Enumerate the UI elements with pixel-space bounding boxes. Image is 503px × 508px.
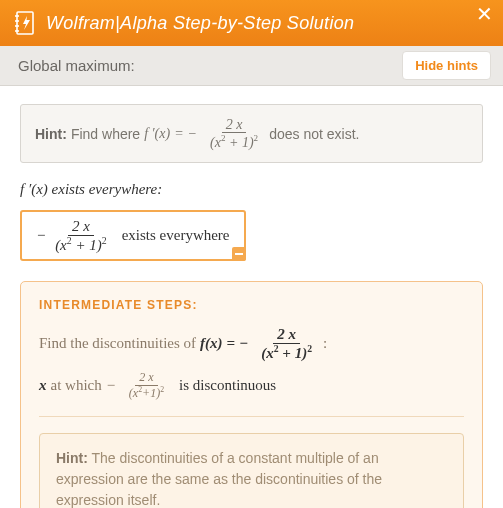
- frac-num: 2 x: [273, 326, 300, 344]
- result-box: − 2 x (x2 + 1)2 exists everywhere: [20, 210, 246, 261]
- frac-num: 2 x: [68, 218, 94, 236]
- int1-pre: Find the discontinuities of: [39, 335, 196, 352]
- inner-hint-label: Hint:: [56, 450, 88, 466]
- intermediate-steps: INTERMEDIATE STEPS: Find the discontinui…: [20, 281, 483, 508]
- titlebar: Wolfram|Alpha Step-by-Step Solution ✕: [0, 0, 503, 46]
- frac-den: (x2 + 1)2: [257, 344, 316, 362]
- int2-pre: at which: [51, 377, 102, 394]
- hide-hints-button[interactable]: Hide hints: [402, 51, 491, 80]
- close-icon[interactable]: ✕: [476, 4, 493, 24]
- frac-den: (x2+1)2: [125, 386, 168, 400]
- hint-box-1: Hint: Find where f ′(x) = − 2 x (x2 + 1)…: [20, 104, 483, 163]
- res-neg: −: [36, 227, 46, 244]
- notebook-icon: [14, 10, 36, 36]
- inner-hint-text: The discontinuities of a constant multip…: [56, 450, 382, 508]
- frac-den: (x2 + 1)2: [206, 133, 262, 150]
- frac-num: 2 x: [222, 117, 247, 133]
- inner-hint-box: Hint: The discontinuities of a constant …: [39, 433, 464, 508]
- content-scroll[interactable]: Hint: Find where f ′(x) = − 2 x (x2 + 1)…: [0, 86, 503, 508]
- statement-1: f ′(x) exists everywhere:: [20, 181, 483, 198]
- int2-fraction: 2 x (x2+1)2: [125, 371, 168, 399]
- divider: [39, 416, 464, 417]
- int1-eq: =: [227, 335, 236, 352]
- stmt-fprime: f ′(x): [20, 181, 48, 197]
- int1-fx: f(x): [200, 335, 223, 352]
- hint-eq: =: [174, 126, 183, 142]
- hint-text-pre: Find where: [71, 126, 140, 142]
- int1-fraction: 2 x (x2 + 1)2: [257, 326, 316, 361]
- hint-fprime: f ′(x): [144, 126, 170, 142]
- int1-post: :: [323, 335, 327, 352]
- int-line-1: Find the discontinuities of f(x) = − 2 x…: [39, 326, 464, 361]
- int2-var: x: [39, 377, 47, 394]
- hint-neg: −: [188, 126, 197, 142]
- res-text: exists everywhere: [122, 227, 230, 244]
- hint-label: Hint:: [35, 126, 67, 142]
- subheader-bar: Global maximum: Hide hints: [0, 46, 503, 86]
- int2-neg: −: [106, 377, 116, 394]
- int1-neg: −: [239, 335, 248, 352]
- hint-text-post: does not exist.: [269, 126, 359, 142]
- frac-num: 2 x: [135, 371, 157, 385]
- int2-post: is discontinuous: [179, 377, 276, 394]
- stmt-text: exists everywhere:: [48, 181, 162, 197]
- solution-window: Wolfram|Alpha Step-by-Step Solution ✕ Gl…: [0, 0, 503, 508]
- hint-fraction: 2 x (x2 + 1)2: [206, 117, 262, 150]
- intermediate-header: INTERMEDIATE STEPS:: [39, 298, 464, 312]
- problem-label: Global maximum:: [18, 57, 135, 74]
- collapse-icon[interactable]: [232, 247, 246, 261]
- res-fraction: 2 x (x2 + 1)2: [51, 218, 111, 253]
- frac-den: (x2 + 1)2: [51, 236, 111, 254]
- window-title: Wolfram|Alpha Step-by-Step Solution: [46, 13, 354, 34]
- int-line-2: x at which − 2 x (x2+1)2 is discontinuou…: [39, 371, 464, 399]
